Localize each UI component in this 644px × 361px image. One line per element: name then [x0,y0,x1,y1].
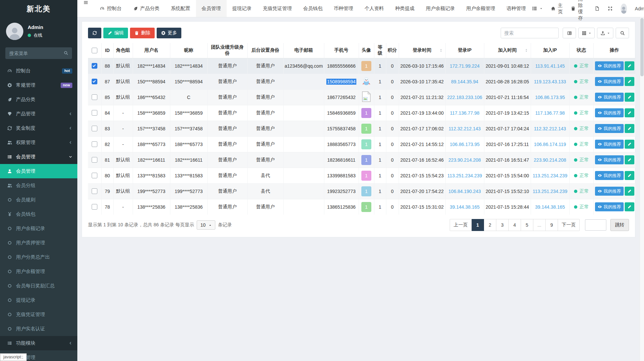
sidebar-item[interactable]: 功能模块 [0,336,77,350]
sidebar-item[interactable]: 奖金制度 [0,121,77,135]
recommend-button[interactable]: 我的推荐 [595,61,624,70]
recommend-button[interactable]: 我的推荐 [595,124,624,133]
page-button[interactable]: 4 [509,219,521,231]
select-all-checkbox[interactable] [92,48,97,53]
top-tab[interactable]: 产品分类 [127,0,165,17]
edit-row-button[interactable] [625,77,634,86]
top-tab[interactable]: 会员管理 [196,0,227,17]
ip-link[interactable]: 117.136.77.98 [535,110,565,116]
ip-link[interactable]: 106.86.174.119 [534,142,566,147]
ip-link[interactable]: 119.123.43.133 [534,79,566,84]
row-checkbox[interactable] [92,157,97,163]
sidebar-item[interactable]: 用户实名认证 [0,322,77,336]
next-page-button[interactable]: 下一页 [558,219,580,231]
language-icon[interactable] [595,6,600,11]
row-checkbox[interactable] [92,126,97,131]
more-button[interactable]: 更多 [157,28,181,38]
top-tab[interactable]: 语种管理 [501,0,532,17]
ip-link[interactable]: 39.144.38.165 [450,204,480,210]
page-button[interactable]: 3 [496,219,509,231]
scrollbar-thumb[interactable] [640,18,644,76]
export-button[interactable] [597,28,613,38]
top-tab[interactable]: 系统配置 [165,0,196,17]
recommend-button[interactable]: 我的推荐 [595,171,624,180]
sidebar-item[interactable]: 用户余额管理 [0,264,77,279]
home-link[interactable]: 主页 [551,2,563,15]
jump-button[interactable]: 跳转 [610,219,629,231]
top-tab[interactable]: 会员钱包 [298,0,328,17]
ip-link[interactable]: 172.71.99.224 [450,63,480,69]
top-tab[interactable]: 币种管理 [328,0,359,17]
row-checkbox[interactable] [92,173,97,178]
ip-link[interactable]: 113.251.234.239 [447,173,482,178]
ip-link[interactable]: 112.32.212.143 [534,126,566,131]
columns-button[interactable] [578,28,595,38]
ip-link[interactable]: 106.86.173.95 [535,95,565,100]
ip-link[interactable]: 113.251.234.239 [533,189,567,194]
recommend-button[interactable]: 我的推荐 [595,108,624,117]
row-checkbox[interactable] [92,79,97,84]
row-checkbox[interactable] [92,141,97,147]
column-header-join_time[interactable]: 加入时间 [484,43,531,58]
sidebar-item[interactable]: 用户质押管理 [0,236,77,250]
refresh-button[interactable] [88,28,101,38]
row-checkbox[interactable] [92,94,97,100]
recommend-button[interactable]: 我的推荐 [595,93,624,102]
ip-link[interactable]: 89.144.35.94 [451,79,478,84]
sidebar-item[interactable]: 充值凭证管理 [0,307,77,322]
page-button[interactable]: 2 [484,219,496,231]
sidebar-item[interactable]: 产品管理 [0,107,77,121]
sidebar-item[interactable]: 会员管理 [0,164,77,178]
ip-link[interactable]: 39.144.38.165 [535,204,565,210]
edit-row-button[interactable] [625,140,634,149]
sidebar-item[interactable]: 提现记录 [0,293,77,307]
ip-link[interactable]: 106.86.173.95 [450,142,480,147]
edit-row-button[interactable] [625,124,634,133]
clear-cache-link[interactable]: 清除缓存 [571,0,587,21]
menu-list-dropdown[interactable] [532,6,543,11]
ip-link[interactable]: 222.183.233.106 [447,95,482,100]
sidebar-item[interactable]: 用户余额记录 [0,221,77,236]
top-tab[interactable]: 种类提成 [390,0,420,17]
sidebar-item[interactable]: 权限管理 [0,135,77,150]
ip-link[interactable]: 106.84.190.243 [448,189,481,194]
sidebar-item[interactable]: 产品分类 [0,92,77,107]
table-search-input[interactable] [501,28,559,38]
edit-row-button[interactable] [625,61,634,70]
page-button[interactable]: 1 [472,219,484,231]
page-button[interactable]: 5 [521,219,533,231]
sidebar-item[interactable]: 会员规则 [0,193,77,207]
sidebar-item[interactable]: 会员管理 [0,150,77,164]
hamburger-icon[interactable] [77,0,94,5]
top-tab[interactable]: 充值凭证管理 [257,0,298,17]
jump-page-input[interactable] [585,219,606,231]
top-tab[interactable]: 用户余额记录 [420,0,461,17]
row-checkbox[interactable] [92,188,97,194]
sidebar-item[interactable]: 会员每日奖励汇总 [0,279,77,293]
top-tab[interactable]: 提现记录 [227,0,257,17]
edit-row-button[interactable] [625,93,634,102]
fullscreen-icon[interactable] [608,6,613,11]
search-button[interactable] [616,28,629,38]
edit-row-button[interactable] [625,171,634,180]
edit-row-button[interactable] [625,155,634,164]
sidebar-item[interactable]: 常规管理new [0,78,77,92]
row-checkbox[interactable] [92,204,97,210]
recommend-button[interactable]: 我的推荐 [595,77,624,86]
sidebar-item[interactable]: 会员钱包 [0,207,77,221]
search-icon[interactable] [64,51,68,55]
top-tab[interactable]: 用户余额管理 [461,0,501,17]
sidebar-item[interactable]: 用户分类总产出 [0,250,77,264]
recommend-button[interactable]: 我的推荐 [595,140,624,149]
top-tab[interactable]: 个人资料 [359,0,390,17]
ip-link[interactable]: 223.90.214.208 [448,157,481,163]
ip-link[interactable]: 113.251.234.239 [533,173,567,178]
delete-button[interactable]: 删除 [130,28,155,38]
row-checkbox[interactable] [92,63,97,69]
sidebar-item[interactable]: 会员分组 [0,178,77,193]
edit-row-button[interactable] [625,187,634,196]
ip-link[interactable]: 223.90.214.208 [534,157,566,163]
sidebar-item[interactable]: 控制台hot [0,64,77,78]
page-button[interactable]: 9 [546,219,558,231]
row-checkbox[interactable] [92,110,97,116]
